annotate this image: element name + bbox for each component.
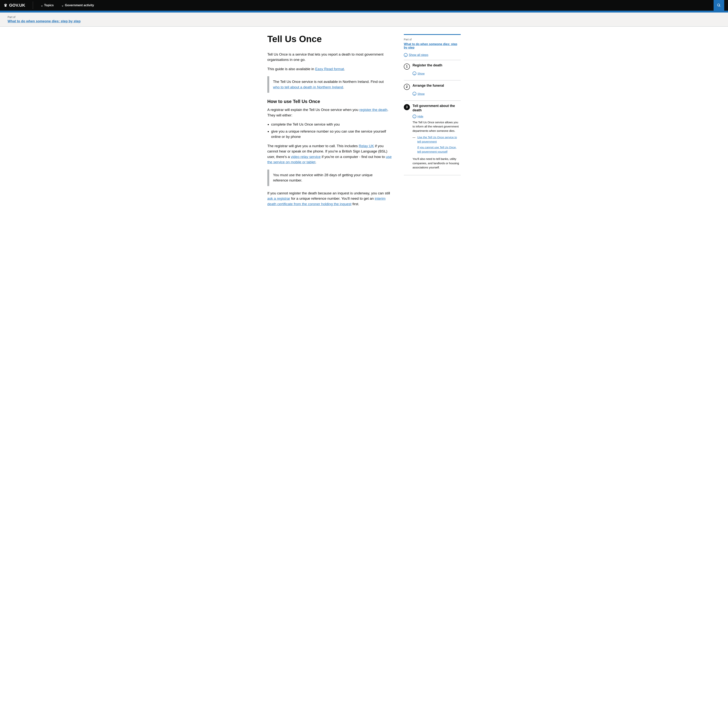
- step-3-link-1[interactable]: Use the Tell Us Once service to tell gov…: [417, 135, 461, 144]
- gov-uk-logo-text: GOV.UK: [9, 3, 25, 8]
- step-3-content: The Tell Us Once service allows you to i…: [413, 120, 461, 170]
- registrar-para-mid2: if you're on a computer - find out how t…: [322, 155, 385, 159]
- step-2-toggle[interactable]: ⌄ Show: [413, 92, 461, 96]
- step-1-number-text: 1: [406, 65, 408, 68]
- registrar-paragraph: The registrar will give you a number to …: [267, 143, 392, 165]
- step-item-3: 3 Tell government about the death ⌃ Hide…: [404, 101, 461, 175]
- sidebar-part-of-label: Part of: [404, 38, 461, 41]
- callout-text-prefix: The Tell Us Once service is not availabl…: [273, 80, 384, 84]
- search-button[interactable]: [714, 0, 724, 11]
- crown-icon: ♛: [4, 3, 7, 8]
- sidebar-guide-link[interactable]: What to do when someone dies: step by st…: [404, 43, 457, 49]
- step-1-header: 1 Register the death: [404, 63, 461, 70]
- step-3-toggle-icon: ⌃: [413, 115, 416, 118]
- inquest-para-prefix: If you cannot register the death because…: [267, 191, 390, 195]
- callout-box-2: You must use the service within 28 days …: [267, 170, 392, 186]
- content-layout: Tell Us Once Tell Us Once is a service t…: [267, 34, 461, 210]
- callout-box-1: The Tell Us Once service is not availabl…: [267, 76, 392, 93]
- video-relay-link[interactable]: video relay service: [291, 155, 321, 159]
- gov-uk-logo[interactable]: ♛ GOV.UK: [4, 3, 25, 8]
- list-item: complete the Tell Us Once service with y…: [271, 122, 392, 127]
- step-2-number-text: 2: [406, 85, 408, 89]
- sidebar-part-of: Part of What to do when someone dies: st…: [404, 34, 461, 49]
- step-3-title: Tell government about the death: [413, 104, 461, 113]
- part-of-banner: Part of What to do when someone dies: st…: [0, 12, 728, 26]
- intro-paragraph-2: This guide is also available in Easy Rea…: [267, 66, 392, 72]
- bullet-list: complete the Tell Us Once service with y…: [271, 122, 392, 140]
- step-3-number: 3: [404, 104, 410, 110]
- main-content: Tell Us Once Tell Us Once is a service t…: [267, 34, 392, 210]
- topics-label: Topics: [44, 4, 54, 7]
- step-2-header: 2 Arrange the funeral: [404, 83, 461, 90]
- topics-nav-item[interactable]: ⌄ Topics: [37, 1, 57, 10]
- chevron-down-icon: ⌄: [61, 4, 64, 7]
- step-3-content-para: The Tell Us Once service allows you to i…: [413, 120, 461, 133]
- search-icon: [717, 3, 721, 7]
- government-activity-label: Government activity: [65, 4, 94, 7]
- list-item: give you a unique reference number so yo…: [271, 129, 392, 140]
- government-activity-nav-item[interactable]: ⌄ Government activity: [57, 1, 98, 10]
- guide-link-banner[interactable]: What to do when someone dies: step by st…: [8, 19, 81, 23]
- step-1-toggle[interactable]: ⌄ Show: [413, 72, 461, 75]
- main-container: Tell Us Once Tell Us Once is a service t…: [260, 26, 468, 222]
- step-2-number: 2: [404, 84, 410, 90]
- header-divider: [33, 2, 33, 9]
- callout-suffix: .: [343, 85, 344, 89]
- inquest-para-mid: for a unique reference number. You'll ne…: [291, 196, 374, 201]
- step-item-2: 2 Arrange the funeral ⌄ Show: [404, 80, 461, 101]
- header-nav: ⌄ Topics ⌄ Government activity: [37, 1, 98, 10]
- step-3-number-text: 3: [406, 106, 408, 109]
- callout-text-2: You must use the service within 28 days …: [273, 172, 388, 183]
- sidebar: Part of What to do when someone dies: st…: [404, 34, 461, 175]
- easy-read-link[interactable]: Easy Read format: [315, 67, 344, 71]
- intro-paragraph-1: Tell Us Once is a service that lets you …: [267, 52, 392, 63]
- page-title: Tell Us Once: [267, 34, 392, 44]
- dash-char: —: [413, 135, 415, 155]
- step-1-title: Register the death: [413, 63, 442, 67]
- step-3-footer-text: You'll also need to tell banks, utility …: [413, 157, 461, 170]
- step-1-number: 1: [404, 64, 410, 70]
- step-1-toggle-label: Show: [418, 72, 425, 75]
- step-1-toggle-icon: ⌄: [413, 72, 416, 75]
- part-of-label: Part of: [8, 15, 720, 18]
- register-death-link[interactable]: register the death: [359, 108, 387, 112]
- step-3-toggle-label: Hide: [418, 115, 423, 118]
- show-all-steps-label: Show all steps: [409, 53, 428, 57]
- step-item-1: 1 Register the death ⌄ Show: [404, 60, 461, 80]
- how-to-heading: How to use Tell Us Once: [267, 99, 392, 104]
- registrar-para-suffix: .: [315, 160, 316, 164]
- intro-para2-text: This guide is also available in: [267, 67, 314, 71]
- show-all-steps-icon: ⌄: [404, 53, 408, 57]
- northern-ireland-link[interactable]: who to tell about a death in Northern Ir…: [273, 85, 343, 89]
- ask-registrar-link[interactable]: ask a registrar: [267, 196, 290, 201]
- step-2-title: Arrange the funeral: [413, 83, 444, 88]
- step-2-toggle-label: Show: [418, 92, 425, 95]
- step-2-toggle-icon: ⌄: [413, 92, 416, 96]
- how-to-paragraph-1: A registrar will explain the Tell Us Onc…: [267, 107, 392, 118]
- header: ♛ GOV.UK ⌄ Topics ⌄ Government activity: [0, 0, 728, 11]
- easy-read-suffix: .: [344, 67, 345, 71]
- show-all-steps-button[interactable]: ⌄ Show all steps: [404, 53, 461, 57]
- step-3-link-2[interactable]: If you cannot use Tell Us Once, tell gov…: [417, 145, 461, 154]
- how-to-para1-prefix: A registrar will explain the Tell Us Onc…: [267, 108, 358, 112]
- step-3-link-1-row: — Use the Tell Us Once service to tell g…: [413, 135, 461, 155]
- chevron-down-icon: ⌄: [41, 4, 43, 7]
- inquest-paragraph: If you cannot register the death because…: [267, 191, 392, 207]
- relay-uk-link[interactable]: Relay UK: [359, 144, 374, 148]
- callout-text-1: The Tell Us Once service is not availabl…: [273, 79, 388, 90]
- step-3-header: 3 Tell government about the death: [404, 104, 461, 113]
- accent-bar: [0, 11, 728, 12]
- step-3-toggle[interactable]: ⌃ Hide: [413, 115, 461, 118]
- registrar-para-prefix: The registrar will give you a number to …: [267, 144, 358, 148]
- inquest-para-suffix: first.: [352, 202, 359, 206]
